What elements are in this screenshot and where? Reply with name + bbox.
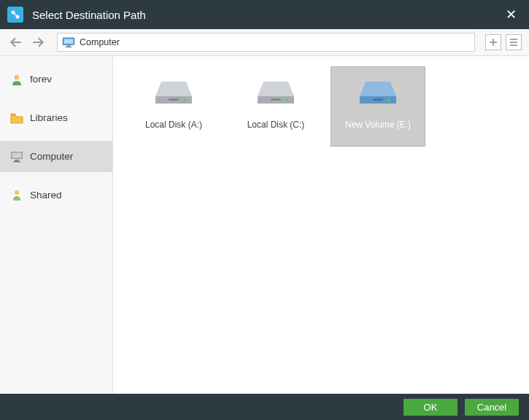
disk-icon: [352, 74, 403, 111]
svg-point-1: [16, 15, 20, 19]
drive-item[interactable]: New Volume (E:): [331, 66, 425, 147]
shared-icon: [10, 189, 23, 202]
svg-point-28: [285, 98, 288, 101]
sidebar: forev Libraries Computer Shared: [0, 56, 113, 394]
sidebar-item-computer[interactable]: Computer: [0, 141, 112, 172]
drive-label: Local Disk (A:): [145, 120, 202, 130]
computer-icon: [10, 150, 23, 163]
svg-marker-25: [258, 82, 294, 96]
svg-rect-6: [64, 39, 73, 44]
svg-line-2: [15, 14, 16, 15]
toolbar: Computer: [0, 29, 529, 56]
svg-rect-18: [13, 161, 20, 163]
svg-rect-7: [66, 45, 70, 47]
drive-label: New Volume (E:): [345, 120, 411, 130]
disk-icon: [148, 74, 199, 111]
cancel-button[interactable]: Cancel: [465, 399, 519, 416]
titlebar: Select Destination Path ✕: [0, 0, 529, 29]
app-icon: [7, 7, 23, 23]
svg-point-0: [12, 11, 15, 15]
new-folder-button[interactable]: [485, 34, 501, 50]
drive-item[interactable]: Local Disk (C:): [228, 66, 323, 147]
path-label: Computer: [80, 37, 120, 47]
svg-rect-23: [169, 98, 179, 101]
ok-button[interactable]: OK: [403, 399, 457, 416]
svg-point-24: [183, 98, 186, 101]
libraries-icon: [10, 112, 23, 125]
svg-rect-8: [66, 47, 72, 47]
close-button[interactable]: ✕: [500, 4, 522, 26]
path-bar[interactable]: Computer: [57, 33, 475, 52]
main-pane: Local Disk (A:) Local Disk (C:): [113, 56, 529, 394]
svg-marker-29: [360, 82, 396, 96]
svg-rect-27: [271, 98, 281, 101]
forward-button[interactable]: [29, 34, 47, 51]
sidebar-item-libraries[interactable]: Libraries: [0, 102, 112, 133]
sidebar-item-user[interactable]: forev: [0, 63, 112, 95]
svg-point-14: [15, 74, 20, 79]
svg-point-32: [387, 98, 390, 101]
svg-rect-31: [373, 98, 383, 101]
drive-label: Local Disk (C:): [247, 120, 305, 130]
svg-rect-17: [15, 160, 19, 161]
footer: OK Cancel: [0, 394, 529, 420]
computer-icon: [62, 37, 75, 47]
window-title: Select Destination Path: [32, 9, 500, 21]
svg-rect-16: [12, 152, 22, 158]
user-icon: [10, 73, 23, 86]
sidebar-item-shared[interactable]: Shared: [0, 179, 112, 211]
drive-item[interactable]: Local Disk (A:): [126, 66, 221, 147]
sidebar-item-label: Computer: [30, 151, 73, 162]
svg-point-19: [15, 190, 19, 195]
sidebar-item-label: forev: [30, 74, 52, 85]
body: forev Libraries Computer Shared: [0, 56, 529, 394]
sidebar-item-label: Shared: [30, 190, 62, 201]
back-button[interactable]: [7, 34, 25, 51]
svg-marker-20: [155, 82, 192, 96]
view-list-button[interactable]: [506, 34, 522, 50]
sidebar-item-label: Libraries: [30, 112, 68, 123]
disk-icon: [250, 74, 301, 111]
